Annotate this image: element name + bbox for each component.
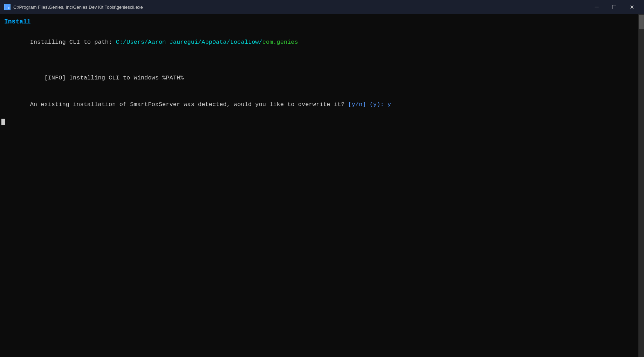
close-button[interactable]: ✕ (624, 1, 640, 13)
svg-rect-0 (5, 5, 7, 7)
svg-rect-3 (8, 7, 9, 9)
minimize-button[interactable]: ─ (589, 1, 605, 13)
window-container: C:\Program Files\Genies, Inc\Genies Dev … (0, 0, 644, 357)
section-label: Install (4, 18, 31, 25)
terminal-body: Install Installing CLI to path: C:/Users… (0, 14, 644, 357)
title-bar-left: C:\Program Files\Genies, Inc\Genies Dev … (4, 4, 143, 10)
line3-segment2: [y/n] (348, 101, 366, 108)
app-icon (4, 4, 11, 10)
line3-segment1: An existing installation of SmartFoxServ… (30, 101, 348, 108)
line1-segment2: C:/Users/Aaron Jauregui/AppData/LocalLow… (116, 39, 262, 46)
maximize-button[interactable]: ☐ (606, 1, 622, 13)
line2-text: [INFO] Installing CLI to Windows %PATH% (30, 75, 184, 81)
output-line-1: Installing CLI to path: C:/Users/Aaron J… (1, 29, 641, 56)
cursor-line (1, 118, 641, 125)
section-header: Install (0, 17, 644, 27)
title-bar: C:\Program Files\Genies, Inc\Genies Dev … (0, 0, 644, 14)
line1-segment1: Installing CLI to path: (30, 39, 116, 46)
scrollbar[interactable] (638, 14, 644, 357)
terminal-cursor (1, 119, 5, 125)
window-title: C:\Program Files\Genies, Inc\Genies Dev … (13, 5, 143, 10)
window-controls: ─ ☐ ✕ (589, 1, 640, 13)
terminal-output: Installing CLI to path: C:/Users/Aaron J… (0, 29, 644, 125)
scrollbar-thumb[interactable] (639, 15, 644, 29)
output-line-2: [INFO] Installing CLI to Windows %PATH% (1, 64, 641, 91)
empty-line-1 (1, 56, 641, 65)
line3-segment3: (y): y (366, 101, 391, 108)
output-line-3: An existing installation of SmartFoxServ… (1, 91, 641, 118)
section-divider (35, 22, 640, 22)
svg-rect-2 (5, 7, 7, 9)
line1-segment3: com.genies (262, 39, 298, 46)
svg-rect-1 (8, 5, 9, 7)
